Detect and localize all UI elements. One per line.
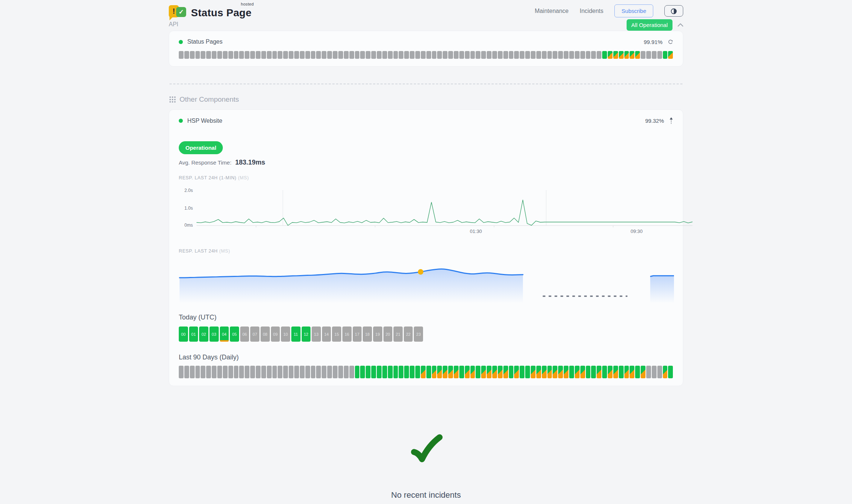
uptime-block[interactable] (283, 366, 288, 378)
uptime-block[interactable] (498, 51, 503, 59)
uptime-block[interactable] (569, 366, 574, 378)
uptime-block[interactable] (250, 366, 255, 378)
uptime-block[interactable] (206, 366, 211, 378)
uptime-block[interactable] (536, 366, 541, 378)
uptime-block[interactable] (410, 366, 415, 378)
uptime-block[interactable] (547, 366, 552, 378)
uptime-block[interactable] (591, 366, 596, 378)
uptime-block[interactable] (426, 51, 431, 59)
uptime-block[interactable] (586, 366, 591, 378)
uptime-block[interactable] (564, 51, 568, 59)
uptime-block[interactable] (360, 51, 365, 59)
uptime-block[interactable] (404, 51, 409, 59)
uptime-block[interactable] (371, 51, 376, 59)
uptime-block[interactable] (338, 366, 343, 378)
uptime-block[interactable] (437, 51, 442, 59)
uptime-block[interactable] (608, 366, 613, 378)
uptime-block[interactable] (388, 366, 393, 378)
hour-block[interactable]: 11 (291, 327, 301, 342)
uptime-block[interactable] (443, 366, 447, 378)
uptime-block[interactable] (503, 51, 508, 59)
uptime-block[interactable] (575, 366, 580, 378)
uptime-block[interactable] (195, 51, 200, 59)
uptime-block[interactable] (184, 366, 189, 378)
uptime-block[interactable] (547, 51, 552, 59)
uptime-block[interactable] (415, 366, 420, 378)
uptime-block[interactable] (525, 51, 530, 59)
uptime-block[interactable] (531, 51, 536, 59)
uptime-block[interactable] (509, 51, 514, 59)
uptime-block[interactable] (327, 51, 332, 59)
uptime-block[interactable] (234, 366, 239, 378)
uptime-block[interactable] (668, 366, 673, 378)
hour-block[interactable]: 04 (220, 327, 229, 342)
uptime-block[interactable] (481, 51, 486, 59)
uptime-block[interactable] (267, 51, 272, 59)
uptime-block[interactable] (410, 51, 415, 59)
uptime-block[interactable] (657, 366, 662, 378)
hour-block[interactable]: 03 (209, 327, 219, 342)
uptime-block[interactable] (305, 366, 310, 378)
hour-block[interactable]: 17 (353, 327, 362, 342)
uptime-block[interactable] (553, 51, 557, 59)
uptime-block[interactable] (366, 51, 370, 59)
uptime-block[interactable] (327, 366, 332, 378)
uptime-block[interactable] (465, 51, 470, 59)
uptime-block[interactable] (179, 51, 184, 59)
uptime-block[interactable] (388, 51, 393, 59)
uptime-block[interactable] (195, 366, 200, 378)
uptime-block[interactable] (509, 366, 514, 378)
uptime-block[interactable] (415, 51, 420, 59)
chevron-up-icon[interactable] (678, 23, 683, 27)
uptime-block[interactable] (278, 366, 282, 378)
uptime-block[interactable] (476, 51, 480, 59)
uptime-block[interactable] (668, 51, 673, 59)
uptime-block[interactable] (289, 51, 293, 59)
uptime-block[interactable] (624, 51, 629, 59)
hour-block[interactable]: 12 (302, 327, 311, 342)
hour-block[interactable]: 21 (393, 327, 403, 342)
uptime-block[interactable] (520, 366, 524, 378)
uptime-block[interactable] (333, 51, 338, 59)
uptime-block[interactable] (514, 366, 519, 378)
hour-block[interactable]: 13 (312, 327, 321, 342)
uptime-block[interactable] (492, 51, 497, 59)
uptime-block[interactable] (190, 51, 195, 59)
uptime-block[interactable] (487, 51, 492, 59)
uptime-block[interactable] (360, 366, 365, 378)
uptime-block[interactable] (305, 51, 310, 59)
uptime-block[interactable] (421, 51, 426, 59)
hour-block[interactable]: 18 (363, 327, 372, 342)
subscribe-button[interactable]: Subscribe (614, 4, 653, 17)
uptime-block[interactable] (393, 366, 398, 378)
uptime-block[interactable] (338, 51, 343, 59)
uptime-block[interactable] (239, 366, 244, 378)
hour-block[interactable]: 08 (261, 327, 270, 342)
uptime-block[interactable] (228, 51, 233, 59)
uptime-block[interactable] (465, 366, 470, 378)
uptime-block[interactable] (558, 366, 563, 378)
hour-block[interactable]: 19 (373, 327, 382, 342)
uptime-block[interactable] (228, 366, 233, 378)
uptime-block[interactable] (580, 51, 585, 59)
hour-block[interactable]: 10 (281, 327, 290, 342)
uptime-block[interactable] (404, 366, 409, 378)
uptime-block[interactable] (597, 51, 601, 59)
uptime-block[interactable] (448, 51, 453, 59)
response-time-chart[interactable]: 2.0s 1.0s 0ms 01:30 09:30 (179, 189, 673, 236)
uptime-block[interactable] (223, 51, 228, 59)
uptime-block[interactable] (586, 51, 591, 59)
uptime-block[interactable] (371, 366, 376, 378)
uptime-block[interactable] (476, 366, 480, 378)
uptime-block[interactable] (355, 366, 360, 378)
uptime-block[interactable] (311, 51, 316, 59)
uptime-block[interactable] (652, 51, 657, 59)
uptime-block[interactable] (300, 366, 305, 378)
uptime-block[interactable] (553, 366, 557, 378)
uptime-block[interactable] (602, 366, 607, 378)
hour-block[interactable]: 22 (404, 327, 413, 342)
uptime-block[interactable] (641, 366, 645, 378)
uptime-block[interactable] (201, 51, 205, 59)
uptime-block[interactable] (261, 51, 266, 59)
uptime-block[interactable] (377, 51, 382, 59)
